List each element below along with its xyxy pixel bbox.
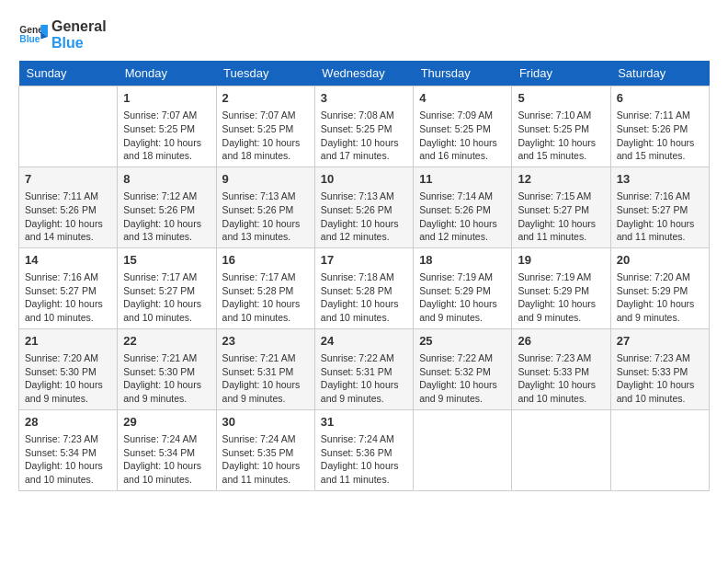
- calendar-header-row: SundayMondayTuesdayWednesdayThursdayFrid…: [19, 61, 710, 86]
- day-number: 28: [25, 414, 111, 431]
- weekday-header-wednesday: Wednesday: [314, 61, 413, 86]
- calendar-table: SundayMondayTuesdayWednesdayThursdayFrid…: [18, 61, 710, 491]
- day-info: Sunrise: 7:22 AM Sunset: 5:32 PM Dayligh…: [419, 351, 506, 406]
- day-info: Sunrise: 7:24 AM Sunset: 5:35 PM Dayligh…: [222, 432, 309, 487]
- day-number: 6: [617, 90, 703, 107]
- day-info: Sunrise: 7:23 AM Sunset: 5:34 PM Dayligh…: [25, 432, 111, 487]
- calendar-cell: 17Sunrise: 7:18 AM Sunset: 5:28 PM Dayli…: [314, 247, 413, 328]
- calendar-cell: 10Sunrise: 7:13 AM Sunset: 5:26 PM Dayli…: [314, 167, 413, 247]
- day-info: Sunrise: 7:11 AM Sunset: 5:26 PM Dayligh…: [25, 190, 111, 244]
- day-info: Sunrise: 7:07 AM Sunset: 5:25 PM Dayligh…: [123, 109, 210, 163]
- calendar-cell: 3Sunrise: 7:08 AM Sunset: 5:25 PM Daylig…: [314, 86, 413, 167]
- calendar-cell: 21Sunrise: 7:20 AM Sunset: 5:30 PM Dayli…: [19, 328, 118, 409]
- day-info: Sunrise: 7:10 AM Sunset: 5:25 PM Dayligh…: [518, 109, 604, 163]
- day-info: Sunrise: 7:08 AM Sunset: 5:25 PM Dayligh…: [321, 109, 407, 163]
- logo-icon: General Blue: [18, 20, 48, 50]
- day-number: 13: [617, 171, 703, 188]
- day-info: Sunrise: 7:20 AM Sunset: 5:29 PM Dayligh…: [617, 270, 703, 325]
- day-info: Sunrise: 7:16 AM Sunset: 5:27 PM Dayligh…: [25, 270, 111, 325]
- weekday-header-thursday: Thursday: [414, 61, 512, 86]
- calendar-cell: 7Sunrise: 7:11 AM Sunset: 5:26 PM Daylig…: [19, 167, 118, 247]
- calendar-body: 1Sunrise: 7:07 AM Sunset: 5:25 PM Daylig…: [19, 86, 710, 491]
- day-info: Sunrise: 7:13 AM Sunset: 5:26 PM Dayligh…: [321, 190, 407, 244]
- calendar-week-row: 28Sunrise: 7:23 AM Sunset: 5:34 PM Dayli…: [19, 409, 710, 490]
- calendar-cell: 24Sunrise: 7:22 AM Sunset: 5:31 PM Dayli…: [314, 328, 413, 409]
- calendar-cell: 29Sunrise: 7:24 AM Sunset: 5:34 PM Dayli…: [118, 409, 216, 490]
- day-number: 23: [222, 333, 309, 350]
- day-info: Sunrise: 7:23 AM Sunset: 5:33 PM Dayligh…: [617, 351, 703, 406]
- day-info: Sunrise: 7:11 AM Sunset: 5:26 PM Dayligh…: [617, 109, 703, 163]
- weekday-header-friday: Friday: [512, 61, 610, 86]
- day-number: 1: [123, 90, 210, 107]
- day-number: 8: [123, 171, 210, 188]
- day-info: Sunrise: 7:21 AM Sunset: 5:31 PM Dayligh…: [222, 351, 309, 406]
- calendar-cell: 14Sunrise: 7:16 AM Sunset: 5:27 PM Dayli…: [19, 247, 118, 328]
- day-number: 2: [222, 90, 309, 107]
- calendar-cell: 16Sunrise: 7:17 AM Sunset: 5:28 PM Dayli…: [216, 247, 314, 328]
- day-info: Sunrise: 7:24 AM Sunset: 5:36 PM Dayligh…: [321, 432, 407, 487]
- day-number: 9: [222, 171, 309, 188]
- day-number: 29: [123, 414, 210, 431]
- calendar-cell: 15Sunrise: 7:17 AM Sunset: 5:27 PM Dayli…: [118, 247, 216, 328]
- day-number: 19: [518, 252, 604, 269]
- day-number: 15: [123, 252, 210, 269]
- calendar-cell: 9Sunrise: 7:13 AM Sunset: 5:26 PM Daylig…: [216, 167, 314, 247]
- calendar-cell: 22Sunrise: 7:21 AM Sunset: 5:30 PM Dayli…: [118, 328, 216, 409]
- calendar-cell: 6Sunrise: 7:11 AM Sunset: 5:26 PM Daylig…: [610, 86, 709, 167]
- calendar-cell: 12Sunrise: 7:15 AM Sunset: 5:27 PM Dayli…: [512, 167, 610, 247]
- page-header: General Blue General Blue: [18, 18, 710, 52]
- logo-blue: Blue: [51, 35, 107, 52]
- calendar-week-row: 21Sunrise: 7:20 AM Sunset: 5:30 PM Dayli…: [19, 328, 710, 409]
- day-number: 21: [25, 333, 111, 350]
- day-number: 27: [617, 333, 703, 350]
- day-info: Sunrise: 7:19 AM Sunset: 5:29 PM Dayligh…: [518, 270, 604, 325]
- day-number: 11: [419, 171, 506, 188]
- day-number: 16: [222, 252, 309, 269]
- day-number: 4: [419, 90, 506, 107]
- calendar-cell: 1Sunrise: 7:07 AM Sunset: 5:25 PM Daylig…: [118, 86, 216, 167]
- calendar-cell: 20Sunrise: 7:20 AM Sunset: 5:29 PM Dayli…: [610, 247, 709, 328]
- day-number: 25: [419, 333, 506, 350]
- calendar-cell: 2Sunrise: 7:07 AM Sunset: 5:25 PM Daylig…: [216, 86, 314, 167]
- weekday-header-saturday: Saturday: [610, 61, 709, 86]
- day-number: 17: [321, 252, 407, 269]
- calendar-cell: 26Sunrise: 7:23 AM Sunset: 5:33 PM Dayli…: [512, 328, 610, 409]
- calendar-cell: 4Sunrise: 7:09 AM Sunset: 5:25 PM Daylig…: [414, 86, 512, 167]
- day-number: 24: [321, 333, 407, 350]
- day-info: Sunrise: 7:17 AM Sunset: 5:28 PM Dayligh…: [222, 270, 309, 325]
- calendar-cell: 11Sunrise: 7:14 AM Sunset: 5:26 PM Dayli…: [414, 167, 512, 247]
- calendar-cell: 27Sunrise: 7:23 AM Sunset: 5:33 PM Dayli…: [610, 328, 709, 409]
- weekday-header-monday: Monday: [118, 61, 216, 86]
- day-info: Sunrise: 7:07 AM Sunset: 5:25 PM Dayligh…: [222, 109, 309, 163]
- calendar-cell: 31Sunrise: 7:24 AM Sunset: 5:36 PM Dayli…: [314, 409, 413, 490]
- logo: General Blue General Blue: [18, 18, 107, 52]
- day-info: Sunrise: 7:18 AM Sunset: 5:28 PM Dayligh…: [321, 270, 407, 325]
- calendar-cell: 30Sunrise: 7:24 AM Sunset: 5:35 PM Dayli…: [216, 409, 314, 490]
- day-number: 7: [25, 171, 111, 188]
- weekday-header-tuesday: Tuesday: [216, 61, 314, 86]
- calendar-cell: 28Sunrise: 7:23 AM Sunset: 5:34 PM Dayli…: [19, 409, 118, 490]
- calendar-cell: [512, 409, 610, 490]
- day-number: 22: [123, 333, 210, 350]
- logo-general: General: [51, 18, 107, 35]
- day-number: 31: [321, 414, 407, 431]
- day-info: Sunrise: 7:14 AM Sunset: 5:26 PM Dayligh…: [419, 190, 506, 244]
- calendar-cell: 18Sunrise: 7:19 AM Sunset: 5:29 PM Dayli…: [414, 247, 512, 328]
- day-number: 12: [518, 171, 604, 188]
- day-info: Sunrise: 7:13 AM Sunset: 5:26 PM Dayligh…: [222, 190, 309, 244]
- calendar-cell: [610, 409, 709, 490]
- day-info: Sunrise: 7:19 AM Sunset: 5:29 PM Dayligh…: [419, 270, 506, 325]
- day-number: 5: [518, 90, 604, 107]
- calendar-cell: 8Sunrise: 7:12 AM Sunset: 5:26 PM Daylig…: [118, 167, 216, 247]
- day-info: Sunrise: 7:20 AM Sunset: 5:30 PM Dayligh…: [25, 351, 111, 406]
- day-info: Sunrise: 7:24 AM Sunset: 5:34 PM Dayligh…: [123, 432, 210, 487]
- day-info: Sunrise: 7:17 AM Sunset: 5:27 PM Dayligh…: [123, 270, 210, 325]
- calendar-week-row: 7Sunrise: 7:11 AM Sunset: 5:26 PM Daylig…: [19, 167, 710, 247]
- day-number: 20: [617, 252, 703, 269]
- calendar-cell: 25Sunrise: 7:22 AM Sunset: 5:32 PM Dayli…: [414, 328, 512, 409]
- day-info: Sunrise: 7:12 AM Sunset: 5:26 PM Dayligh…: [123, 190, 210, 244]
- calendar-week-row: 14Sunrise: 7:16 AM Sunset: 5:27 PM Dayli…: [19, 247, 710, 328]
- svg-text:Blue: Blue: [19, 34, 40, 44]
- day-number: 14: [25, 252, 111, 269]
- calendar-cell: [414, 409, 512, 490]
